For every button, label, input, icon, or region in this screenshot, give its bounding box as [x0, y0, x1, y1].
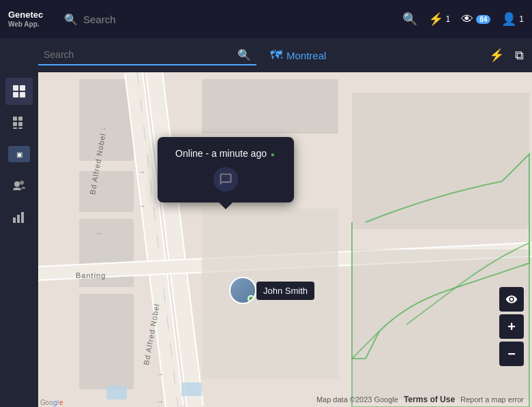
terms-of-use[interactable]: Terms of Use	[404, 395, 455, 404]
chart-icon	[12, 209, 27, 224]
map-search-icon: 🔍	[237, 48, 251, 61]
map-search-wrap[interactable]: 🔍	[38, 45, 256, 65]
avatar-marker[interactable]: John Smith	[229, 277, 314, 304]
sidebar-item-chart[interactable]	[5, 203, 33, 230]
user-icon: 👤	[501, 12, 516, 27]
svg-rect-1	[20, 85, 25, 91]
group-icon	[12, 178, 27, 193]
svg-rect-3	[20, 92, 25, 97]
svg-rect-9	[18, 127, 23, 129]
map-toolbar: 🔍 🗺 Montreal ⚡ ⧉	[0, 38, 532, 72]
events-button[interactable]: ⚡ 1	[428, 12, 451, 27]
app-logo: Genetec Web App.	[8, 10, 56, 29]
search-button[interactable]: 🔍	[402, 12, 417, 27]
top-nav-icons: 🔍 ⚡ 1 👁 84 👤 1	[402, 12, 524, 27]
svg-rect-20	[202, 79, 338, 134]
eye-icon	[505, 293, 518, 305]
svg-rect-0	[13, 85, 18, 91]
zoom-in-button[interactable]: +	[499, 314, 524, 339]
svg-rect-4	[13, 117, 17, 121]
map-city-label[interactable]: 🗺 Montreal	[256, 48, 340, 63]
layers-icon: ⧉	[515, 48, 524, 62]
svg-point-10	[14, 181, 20, 187]
online-status: Online	[175, 148, 203, 159]
person-name-label: John Smith	[256, 282, 314, 300]
popup-message-icon[interactable]	[213, 167, 238, 192]
app-subtitle: Web App.	[8, 20, 56, 29]
svg-point-11	[20, 181, 24, 185]
grid-icon	[12, 115, 27, 130]
avatar-circle	[229, 277, 256, 304]
lightning-map-icon: ⚡	[489, 48, 504, 62]
popup-time: a minute ago	[211, 148, 267, 159]
svg-rect-16	[79, 79, 134, 161]
monitors-button[interactable]: 👁 84	[461, 12, 490, 27]
svg-text:↑: ↑	[99, 127, 108, 131]
svg-text:Banting: Banting	[76, 271, 106, 280]
map-footer: Map data ©2023 Google Terms of Use Repor…	[38, 392, 532, 407]
map-background: ↑ ↓ ↑ ↑ ↓ ↓ Bd Alfred Nobel Bd Alfred No…	[38, 72, 532, 407]
sidebar-item-map[interactable]	[5, 78, 33, 105]
svg-rect-2	[13, 92, 18, 97]
svg-rect-22	[352, 93, 529, 229]
svg-rect-19	[79, 294, 134, 389]
popup-separator: -	[205, 148, 211, 159]
top-search-icon: 🔍	[64, 13, 78, 26]
monitors-badge: 84	[476, 15, 490, 24]
zoom-out-button[interactable]: −	[499, 342, 524, 366]
user-count: 1	[519, 14, 524, 24]
binoculars-icon: 👁	[461, 12, 473, 27]
top-search-placeholder: Search	[83, 14, 116, 25]
visibility-button[interactable]	[499, 287, 524, 312]
map-data-text: Map data ©2023 Google	[316, 395, 398, 404]
search-icon: 🔍	[402, 12, 417, 27]
svg-rect-14	[21, 212, 24, 223]
map-grid-icon	[12, 84, 27, 99]
map-controls: + −	[499, 287, 524, 366]
online-dot: ●	[271, 151, 275, 158]
report-error[interactable]: Report a map error	[460, 395, 524, 404]
sidebar-item-monitor[interactable]: ▣	[5, 140, 33, 168]
city-name: Montreal	[286, 50, 326, 61]
map-area[interactable]: ↑ ↓ ↑ ↑ ↓ ↓ Bd Alfred Nobel Bd Alfred No…	[38, 72, 532, 407]
lightning-map-button[interactable]: ⚡	[489, 48, 504, 63]
online-indicator-dot	[248, 295, 254, 302]
svg-rect-5	[18, 117, 23, 121]
svg-text:↑: ↑	[156, 372, 165, 376]
svg-rect-8	[13, 127, 17, 129]
svg-rect-13	[17, 215, 20, 223]
svg-rect-6	[13, 122, 17, 126]
zoom-out-icon: −	[507, 346, 516, 362]
sidebar-item-grid[interactable]	[5, 109, 33, 136]
layers-button[interactable]: ⧉	[515, 48, 524, 63]
map-icon: 🗺	[270, 48, 282, 63]
left-sidebar: ▣	[0, 72, 38, 407]
sidebar-item-group[interactable]	[5, 172, 33, 199]
svg-rect-7	[18, 122, 23, 126]
events-count: 1	[446, 14, 451, 24]
lightning-icon: ⚡	[428, 12, 443, 27]
top-search-area[interactable]: 🔍 Search	[64, 13, 394, 26]
map-search-input[interactable]	[44, 45, 237, 64]
app-name: Genetec	[8, 10, 56, 20]
map-popup: Online - a minute ago ●	[158, 137, 294, 202]
map-toolbar-right: ⚡ ⧉	[489, 48, 532, 63]
zoom-in-icon: +	[507, 319, 516, 335]
svg-text:↓: ↓	[136, 170, 146, 175]
svg-rect-12	[13, 217, 16, 223]
top-navbar: Genetec Web App. 🔍 Search 🔍 ⚡ 1 👁 84 👤 1	[0, 0, 532, 38]
user-button[interactable]: 👤 1	[501, 12, 524, 27]
svg-text:↓: ↓	[93, 232, 103, 236]
mini-map-icon: ▣	[8, 146, 30, 162]
svg-rect-17	[79, 171, 134, 212]
svg-text:↓: ↓	[136, 205, 146, 209]
popup-status-text: Online - a minute ago ●	[175, 148, 276, 159]
